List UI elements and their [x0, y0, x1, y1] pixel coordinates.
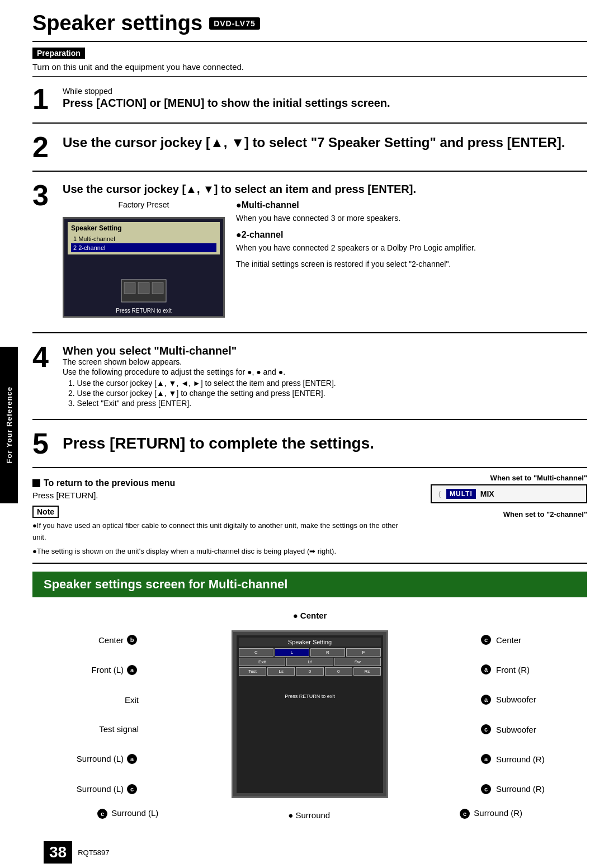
preparation-text: Turn on this unit and the equipment you … — [32, 62, 587, 72]
step-5-content: Press [RETURN] to complete the settings. — [63, 429, 587, 452]
right-surroundr-text: Surround (R) — [496, 754, 545, 764]
spk-cell-12: Rs — [353, 667, 381, 676]
step-4: 4 When you select "Multi-channel" The sc… — [32, 339, 587, 413]
step-2-number: 2 — [32, 133, 55, 162]
step-3-content: Use the cursor jockey [▲, ▼] to select a… — [63, 181, 587, 323]
speaker-screen-title: Speaker settings screen for Multi-channe… — [44, 577, 287, 591]
spk-cell-5: Exit — [239, 658, 285, 666]
circle-a5-icon: a — [481, 754, 491, 764]
spk-tv-footer: Press RETURN to exit — [239, 692, 381, 700]
preparation-section: Preparation Turn on this unit and the eq… — [32, 48, 587, 72]
two-channel-text2: The initial settings screen is restored … — [236, 258, 587, 270]
spk-cell-11: 0 — [325, 667, 352, 676]
left-test-text: Test signal — [99, 724, 139, 734]
svg-rect-1 — [124, 282, 135, 294]
side-label-text: For Your Reference — [5, 386, 13, 463]
right-subwoofer1-text: Subwoofer — [496, 695, 536, 704]
right-label-surround-r: a Surround (R) — [481, 754, 587, 764]
step5-divider — [32, 467, 587, 468]
circle-a3-icon: a — [481, 664, 491, 674]
step-4-main: When you select "Multi-channel" — [63, 345, 587, 357]
circle-c4-icon: c — [481, 784, 491, 794]
left-center-text: Center — [98, 635, 124, 645]
tv-bottom-text: Press RETURN to exit — [64, 308, 223, 314]
page-title: Speaker settings DVD-LV75 — [32, 11, 587, 35]
right-subwoofer2-text: Subwoofer — [496, 725, 536, 734]
center-tv-area: Speaker Setting C L R F Exit Lf — [144, 625, 475, 804]
step-5-main: Press [RETURN] to complete the settings. — [63, 431, 587, 452]
right-labels: c Center a Front (R) a Subwoofer c Subwo… — [475, 625, 587, 804]
main-content: Speaker settings DVD-LV75 Preparation Tu… — [21, 0, 604, 868]
circle-a2-icon: a — [127, 754, 137, 764]
step-4-content: When you select "Multi-channel" The scre… — [63, 342, 587, 410]
step-4-list-item3: 3. Select "Exit" and press [ENTER]. — [68, 399, 587, 408]
return-title: To return to the previous menu — [32, 478, 414, 488]
spk-cell-8: Test — [239, 667, 266, 676]
left-labels: Center b Front (L) a Exit Test signal Su — [32, 625, 144, 804]
multichannel-display: When set to "Multi-channel" ( MULTI MIX … — [431, 474, 587, 518]
left-label-surround-l2: Surround (L) c — [32, 784, 139, 794]
step3-divider — [32, 332, 587, 333]
spk-cell-1: C — [239, 648, 273, 657]
tv-diagram-icon — [116, 277, 172, 305]
left-label-front-l: Front (L) a — [32, 665, 139, 675]
right-surroundr2-text: Surround (R) — [496, 784, 545, 794]
doc-code: RQT5897 — [78, 848, 109, 857]
circle-c3-icon: c — [481, 724, 491, 734]
tv-menu-item1: 1 Multi-channel — [71, 234, 216, 243]
step-4-sub1: The screen shown below appears. — [63, 357, 587, 366]
spk-cell-4: F — [346, 648, 381, 657]
step-5-number: 5 — [32, 429, 55, 458]
spk-cell-7: Sw — [334, 658, 381, 666]
step-3-main: Use the cursor jockey [▲, ▼] to select a… — [63, 183, 587, 196]
return-section: To return to the previous menu Press [RE… — [32, 478, 414, 500]
step-3-image-area: Factory Preset Speaker Setting 1 Multi-c… — [63, 200, 587, 323]
left-frontl-text: Front (L) — [91, 665, 124, 674]
spk-tv-title: Speaker Setting — [239, 638, 381, 647]
right-label-front-r: a Front (R) — [481, 664, 587, 674]
step-1-sub: While stopped — [63, 87, 587, 96]
spk-tv-row2: Exit Lf Sw — [239, 658, 381, 666]
right-label-center: c Center — [481, 635, 587, 645]
speaker-section-divider — [32, 563, 587, 564]
tv-icons — [64, 277, 223, 305]
right-label-subwoofer2: c Subwoofer — [481, 724, 587, 734]
step-1-content: While stopped Press [ACTION] or [MENU] t… — [63, 84, 587, 110]
right-frontr-text: Front (R) — [496, 665, 530, 674]
speaker-tv-inner: Speaker Setting C L R F Exit Lf — [237, 635, 383, 793]
spk-cell-6: Lf — [286, 658, 333, 666]
bottom-surround-r-text: Surround (R) — [474, 808, 522, 818]
black-square-icon — [32, 479, 40, 487]
multi-screen: ( MULTI MIX — [431, 484, 587, 503]
step-1-main: Press [ACTION] or [MENU] to show the ini… — [63, 97, 587, 110]
step-4-list: 1. Use the cursor jockey [▲, ▼, ◄, ►] to… — [68, 379, 587, 408]
page-number: 38 — [44, 841, 72, 864]
multi-screen-text: MIX — [480, 489, 494, 498]
note-badge: Note — [32, 506, 59, 518]
circle-a4-icon: a — [481, 695, 491, 705]
spk-tv-row3: Test Ls 0 0 Rs — [239, 667, 381, 676]
bottom-surround-r: c Surround (R) — [460, 808, 522, 820]
left-label-test: Test signal — [32, 724, 139, 734]
preparation-badge: Preparation — [32, 48, 85, 59]
speaker-main-layout: Center b Front (L) a Exit Test signal Su — [32, 625, 587, 804]
right-label-subwoofer1: a Subwoofer — [481, 695, 587, 705]
tv-menu: Speaker Setting 1 Multi-channel 2 2-chan… — [68, 222, 220, 254]
circle-c-icon: c — [127, 784, 137, 794]
spk-cell-10: 0 — [296, 667, 323, 676]
circle-c2-icon: c — [481, 635, 491, 645]
multi-channel-title: ●Multi-channel — [236, 200, 587, 210]
step-2-content: Use the cursor jockey [▲, ▼] to select "… — [63, 133, 587, 150]
right-label-surround-r2: c Surround (R) — [481, 784, 587, 794]
tv-menu-item2: 2 2-channel — [71, 243, 216, 252]
note-item2: ●The setting is shown on the unit's disp… — [32, 546, 414, 558]
step-4-sub2: Use the following procedure to adjust th… — [63, 367, 587, 376]
left-bracket-icon: ( — [438, 490, 441, 498]
step-2: 2 Use the cursor jockey [▲, ▼] to select… — [32, 129, 587, 165]
when-multi-label: When set to "Multi-channel" — [431, 474, 587, 482]
bottom-surround-center: ● Surround — [288, 810, 330, 820]
step-1: 1 While stopped Press [ACTION] or [MENU]… — [32, 81, 587, 117]
left-surroundl-text: Surround (L) — [77, 754, 124, 763]
two-channel-text1: When you have connected 2 speakers or a … — [236, 242, 587, 254]
return-note-area: To return to the previous menu Press [RE… — [32, 474, 587, 557]
